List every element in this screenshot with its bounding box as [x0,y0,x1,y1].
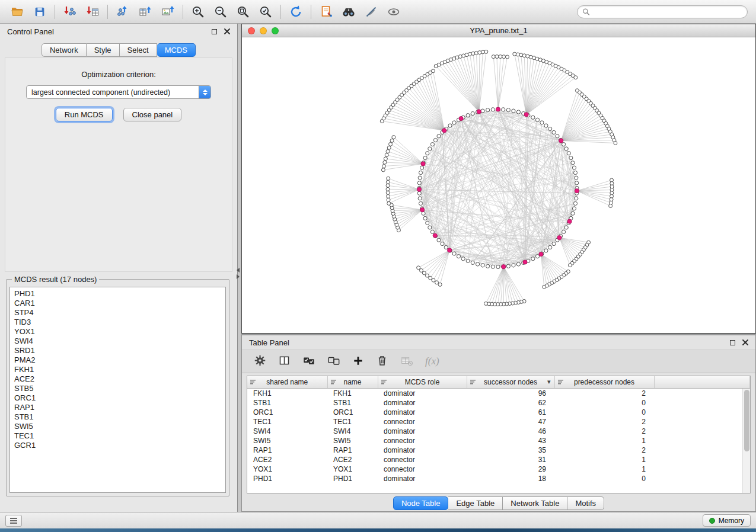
mcds-node[interactable] [477,110,481,114]
network-node[interactable] [461,257,465,261]
column-header-successor-nodes[interactable]: successor nodes▾ [467,376,554,388]
network-node[interactable] [478,51,481,55]
network-node[interactable] [417,266,420,270]
cell-MCDS-role[interactable]: dominator [378,408,467,417]
mcds-result-item[interactable]: CAR1 [14,299,221,308]
network-node[interactable] [499,55,502,59]
table-row[interactable]: PHD1PHD1dominator180 [247,474,750,483]
mcds-node[interactable] [448,248,452,252]
network-node[interactable] [390,139,394,142]
network-node[interactable] [417,181,421,185]
network-node[interactable] [531,116,535,119]
mcds-node[interactable] [567,219,572,223]
cell-successor-nodes[interactable]: 96 [467,388,554,398]
cell-predecessor-nodes[interactable]: 0 [554,474,654,483]
mcds-node[interactable] [502,265,506,269]
network-node[interactable] [574,76,578,79]
network-node[interactable] [567,152,570,155]
minimize-window-button[interactable] [260,27,267,34]
network-node[interactable] [575,181,579,185]
network-node[interactable] [471,261,474,264]
cell-MCDS-role[interactable]: connector [378,455,467,464]
network-node[interactable] [386,184,390,187]
network-node[interactable] [438,283,442,286]
zoom-out-button[interactable] [209,3,232,21]
cell-name[interactable]: ORC1 [327,408,378,417]
network-window-titlebar[interactable]: YPA_prune.txt_1 [242,24,755,37]
splitter-handle[interactable] [237,268,240,279]
cell-shared-name[interactable]: ACE2 [247,455,327,464]
mcds-result-item[interactable]: SWI4 [14,336,221,346]
mcds-result-item[interactable]: STP4 [14,308,221,318]
open-file-button[interactable] [6,3,28,21]
network-node[interactable] [513,52,516,56]
network-node[interactable] [571,161,575,165]
network-node[interactable] [387,177,390,180]
apply-function-button[interactable]: f(x) [425,355,439,367]
network-node[interactable] [486,108,490,112]
cell-MCDS-role[interactable]: dominator [378,446,467,455]
mcds-result-item[interactable]: STB1 [14,412,221,422]
search-box[interactable] [577,5,748,18]
network-node[interactable] [571,211,575,215]
cell-MCDS-role[interactable]: dominator [378,398,467,408]
network-node[interactable] [468,52,471,56]
network-node[interactable] [492,55,495,59]
network-node[interactable] [484,50,488,53]
network-node[interactable] [437,134,441,138]
mcds-result-item[interactable]: PMA2 [14,355,221,365]
network-node[interactable] [486,264,490,268]
network-node[interactable] [535,255,539,258]
first-neighbors-button[interactable] [337,3,360,21]
network-node[interactable] [444,245,448,249]
cell-predecessor-nodes[interactable]: 2 [554,388,654,398]
mcds-result-item[interactable]: SWI5 [14,422,221,431]
cell-predecessor-nodes[interactable]: 1 [554,464,654,474]
network-node[interactable] [548,245,552,249]
cell-name[interactable]: FKH1 [327,388,378,398]
network-node[interactable] [572,207,576,210]
network-canvas[interactable] [242,37,755,333]
network-node[interactable] [423,216,427,220]
network-node[interactable] [384,157,387,161]
network-node[interactable] [417,191,421,195]
network-node[interactable] [522,54,526,57]
close-panel-button[interactable]: Close panel [123,108,182,121]
mcds-node[interactable] [442,129,446,133]
mcds-node[interactable] [417,187,421,191]
network-node[interactable] [432,278,435,282]
save-button[interactable] [28,3,51,21]
mcds-result-item[interactable]: TEC1 [14,431,221,441]
network-node[interactable] [474,51,478,55]
network-node[interactable] [568,264,572,267]
network-node[interactable] [387,201,391,205]
cell-shared-name[interactable]: STB1 [247,398,327,408]
mcds-node[interactable] [539,252,543,256]
close-table-panel-icon[interactable] [742,339,748,345]
network-node[interactable] [609,204,613,208]
cell-MCDS-role[interactable]: connector [378,417,467,427]
cell-name[interactable]: TEC1 [327,417,378,427]
network-node[interactable] [575,197,578,200]
network-node[interactable] [426,152,429,155]
network-node[interactable] [506,108,510,112]
network-node[interactable] [531,257,535,261]
refresh-button[interactable] [285,3,307,21]
network-node[interactable] [471,111,474,115]
cell-successor-nodes[interactable]: 29 [467,464,554,474]
network-node[interactable] [552,130,556,134]
cell-name[interactable]: ACE2 [327,455,378,464]
network-node[interactable] [419,268,423,272]
network-node[interactable] [431,69,435,73]
network-node[interactable] [428,226,432,229]
table-row[interactable]: SWI5SWI5connector431 [247,436,750,446]
cell-successor-nodes[interactable]: 62 [467,398,554,408]
search-input[interactable] [593,7,742,16]
network-node[interactable] [419,201,422,205]
network-node[interactable] [569,156,573,160]
tab-mcds[interactable]: MCDS [157,43,196,57]
network-node[interactable] [428,147,432,150]
table-row[interactable]: STB1STB1dominator620 [247,398,750,408]
cell-successor-nodes[interactable]: 31 [467,455,554,464]
network-node[interactable] [572,166,576,169]
